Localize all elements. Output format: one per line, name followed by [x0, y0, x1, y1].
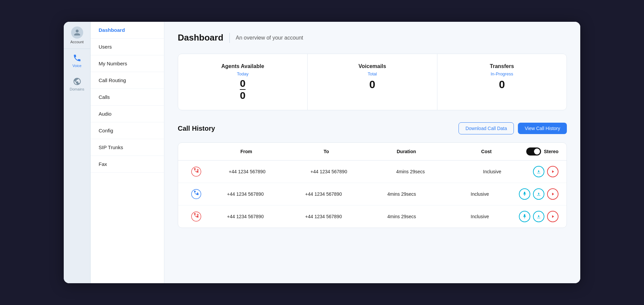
- row3-actions: [519, 211, 558, 222]
- voice-nav-label: Voice: [72, 64, 82, 68]
- page-subtitle: An overview of your account: [236, 35, 303, 41]
- stat-title-transfers: Transfers: [490, 63, 514, 69]
- nav-item-fax[interactable]: Fax: [91, 156, 164, 173]
- page-title: Dashboard: [178, 33, 223, 43]
- row2-download-btn[interactable]: [533, 188, 544, 200]
- outbound-call-icon: [191, 167, 201, 177]
- stat-numerator: 0: [240, 78, 246, 90]
- col-header-duration: Duration: [366, 149, 446, 154]
- nav-item-sip-trunks[interactable]: SIP Trunks: [91, 139, 164, 156]
- row3-from: +44 1234 567890: [206, 214, 284, 219]
- table-row: +44 1234 567890 +44 1234 567890 4mins 29…: [178, 161, 567, 183]
- header-divider: [229, 33, 230, 43]
- mic-icon: [522, 214, 527, 219]
- nav-item-users[interactable]: Users: [91, 39, 164, 55]
- row2-to: +44 1234 567890: [284, 191, 363, 197]
- app-window: Account Voice Domains Dashboard Users My…: [64, 22, 580, 283]
- row2-duration: 4mins 29secs: [363, 191, 441, 197]
- row1-to: +44 1234 567890: [288, 169, 370, 174]
- row3-cost: Inclusive: [441, 214, 519, 219]
- call-history-actions: Download Call Data View Call History: [459, 122, 567, 134]
- row1-duration: 4mins 29secs: [370, 169, 451, 174]
- view-call-history-button[interactable]: View Call History: [518, 123, 567, 134]
- stat-subtitle-voicemails: Total: [368, 71, 377, 76]
- content-area: Dashboard An overview of your account Ag…: [164, 22, 580, 283]
- mic-icon: [522, 191, 527, 197]
- stats-row: Agents Available Today 0 0 Voicemails To…: [178, 54, 567, 110]
- row1-play-btn[interactable]: [547, 166, 558, 177]
- download-icon: [536, 169, 541, 174]
- table-row: +44 1234 567890 +44 1234 567890 4mins 29…: [178, 183, 567, 205]
- account-label: Account: [70, 40, 84, 44]
- outbound-call-icon-2: [191, 211, 201, 222]
- stat-value-transfers: 0: [499, 78, 505, 91]
- col-header-from: From: [206, 149, 286, 154]
- toggle-knob: [534, 148, 540, 155]
- row3-play-btn[interactable]: [547, 211, 558, 222]
- stat-value-voicemails: 0: [369, 78, 375, 91]
- person-icon: [73, 29, 81, 36]
- row3-to: +44 1234 567890: [284, 214, 363, 219]
- call-history-table: From To Duration Cost Stereo: [178, 142, 567, 228]
- download-call-data-button[interactable]: Download Call Data: [459, 122, 514, 134]
- row2-mic-btn[interactable]: [519, 188, 530, 200]
- play-icon: [550, 191, 555, 197]
- call-icon-outbound: [186, 167, 206, 177]
- nav-item-call-routing[interactable]: Call Routing: [91, 72, 164, 89]
- table-header-row: From To Duration Cost Stereo: [178, 143, 567, 161]
- stat-title-agents: Agents Available: [221, 63, 264, 69]
- stat-subtitle-transfers: In-Progress: [491, 71, 513, 76]
- stereo-toggle[interactable]: [526, 147, 541, 156]
- row2-cost: Inclusive: [441, 191, 519, 197]
- account-nav-item[interactable]: Account: [64, 22, 90, 49]
- stat-card-transfers: Transfers In-Progress 0: [437, 54, 567, 110]
- download-icon: [536, 214, 541, 219]
- row2-actions: [519, 188, 558, 200]
- row3-mic-btn[interactable]: [519, 211, 530, 222]
- stat-subtitle-agents: Today: [237, 71, 249, 76]
- row1-download-btn[interactable]: [533, 166, 544, 177]
- call-icon-inbound: [186, 189, 206, 199]
- nav-item-config[interactable]: Config: [91, 122, 164, 139]
- page-header: Dashboard An overview of your account: [178, 33, 567, 43]
- col-header-to: To: [286, 149, 367, 154]
- row3-duration: 4mins 29secs: [363, 214, 441, 219]
- play-icon: [550, 169, 555, 174]
- main-nav: Dashboard Users My Numbers Call Routing …: [91, 22, 164, 283]
- col-header-stereo: Stereo: [544, 149, 558, 154]
- row1-from: +44 1234 567890: [206, 169, 288, 174]
- row1-actions: [533, 166, 558, 177]
- stat-card-agents: Agents Available Today 0 0: [178, 54, 308, 110]
- phone-icon: [73, 54, 82, 62]
- inbound-call-icon: [191, 189, 201, 199]
- stat-value-agents: 0 0: [240, 78, 246, 101]
- row1-cost: Inclusive: [451, 169, 533, 174]
- play-icon: [550, 214, 555, 219]
- row3-download-btn[interactable]: [533, 211, 544, 222]
- col-header-cost: Cost: [446, 149, 527, 154]
- account-avatar: [71, 26, 83, 39]
- stat-title-voicemails: Voicemails: [359, 63, 386, 69]
- nav-item-calls[interactable]: Calls: [91, 89, 164, 106]
- call-icon-outbound2: [186, 211, 206, 222]
- download-icon: [536, 191, 541, 197]
- nav-item-my-numbers[interactable]: My Numbers: [91, 55, 164, 72]
- domains-nav-label: Domains: [70, 87, 84, 91]
- stat-denominator: 0: [240, 90, 246, 101]
- call-history-header: Call History Download Call Data View Cal…: [178, 122, 567, 134]
- stat-card-voicemails: Voicemails Total 0: [308, 54, 437, 110]
- nav-item-dashboard[interactable]: Dashboard: [91, 22, 164, 39]
- sidebar-item-voice[interactable]: Voice: [64, 49, 90, 72]
- call-history-title: Call History: [178, 125, 215, 132]
- sidebar-item-domains[interactable]: Domains: [64, 72, 90, 96]
- icon-sidebar: Account Voice Domains: [64, 22, 91, 283]
- row2-play-btn[interactable]: [547, 188, 558, 200]
- row2-from: +44 1234 567890: [206, 191, 284, 197]
- nav-item-audio[interactable]: Audio: [91, 106, 164, 122]
- globe-icon: [73, 77, 82, 86]
- stereo-toggle-col: Stereo: [526, 147, 558, 156]
- table-row: +44 1234 567890 +44 1234 567890 4mins 29…: [178, 205, 567, 228]
